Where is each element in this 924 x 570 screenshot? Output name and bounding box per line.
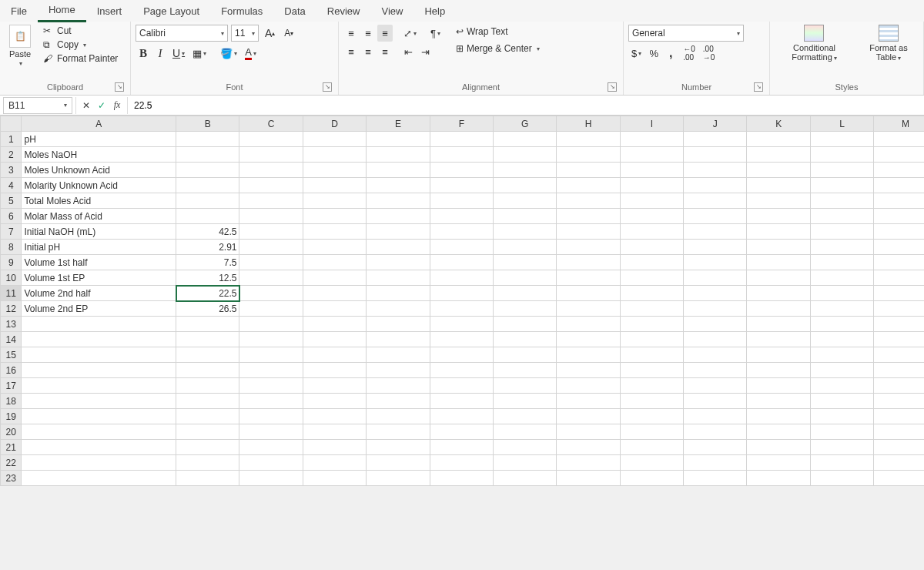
cell-J1[interactable] xyxy=(684,132,747,147)
cell-L19[interactable] xyxy=(810,409,873,424)
cell-D21[interactable] xyxy=(303,440,366,455)
cell-E9[interactable] xyxy=(367,255,430,270)
cell-J9[interactable] xyxy=(684,255,747,270)
cell-C14[interactable] xyxy=(239,332,303,347)
cell-G19[interactable] xyxy=(493,409,556,424)
cell-H12[interactable] xyxy=(557,301,620,317)
row-header-2[interactable]: 2 xyxy=(1,147,22,163)
cell-D10[interactable] xyxy=(303,270,366,286)
row-header-17[interactable]: 17 xyxy=(1,378,22,394)
cell-H11[interactable] xyxy=(557,286,620,301)
cell-C11[interactable] xyxy=(239,286,303,301)
row-header-20[interactable]: 20 xyxy=(1,424,22,440)
cell-I10[interactable] xyxy=(620,270,683,286)
cell-M11[interactable] xyxy=(874,286,924,301)
borders-button[interactable]: ▦▾ xyxy=(189,45,209,62)
cell-A19[interactable] xyxy=(22,409,176,424)
cell-F9[interactable] xyxy=(430,255,493,270)
cell-G16[interactable] xyxy=(493,363,556,378)
cell-A22[interactable] xyxy=(22,455,176,471)
cell-C4[interactable] xyxy=(239,178,303,193)
row-header-1[interactable]: 1 xyxy=(1,132,22,147)
cell-L21[interactable] xyxy=(810,440,873,455)
decrease-font-button[interactable]: A▾ xyxy=(281,25,296,42)
cell-M17[interactable] xyxy=(874,378,924,394)
cell-J23[interactable] xyxy=(684,471,747,486)
cell-D3[interactable] xyxy=(303,163,366,178)
cell-G13[interactable] xyxy=(493,317,556,332)
cell-B22[interactable] xyxy=(176,455,239,471)
cell-E4[interactable] xyxy=(367,178,430,193)
cell-F5[interactable] xyxy=(430,193,493,209)
cell-L13[interactable] xyxy=(810,317,873,332)
cell-C9[interactable] xyxy=(239,255,303,270)
cell-L23[interactable] xyxy=(810,471,873,486)
column-header-D[interactable]: D xyxy=(303,116,366,132)
cell-I16[interactable] xyxy=(620,363,683,378)
cell-D6[interactable] xyxy=(303,209,366,224)
cell-H16[interactable] xyxy=(557,363,620,378)
cell-M23[interactable] xyxy=(874,471,924,486)
font-name-select[interactable]: Calibri▾ xyxy=(136,25,228,42)
font-size-select[interactable]: 11▾ xyxy=(231,25,259,42)
cell-A8[interactable]: Initial pH xyxy=(22,240,176,255)
column-header-J[interactable]: J xyxy=(684,116,747,132)
bold-button[interactable]: B xyxy=(136,45,151,62)
cell-G9[interactable] xyxy=(493,255,556,270)
cell-E11[interactable] xyxy=(367,286,430,301)
row-header-23[interactable]: 23 xyxy=(1,471,22,486)
cell-F6[interactable] xyxy=(430,209,493,224)
cell-E19[interactable] xyxy=(367,409,430,424)
column-header-I[interactable]: I xyxy=(620,116,683,132)
cell-H18[interactable] xyxy=(557,394,620,409)
row-header-10[interactable]: 10 xyxy=(1,270,22,286)
align-left-button[interactable]: ≡ xyxy=(343,43,359,60)
cell-M14[interactable] xyxy=(874,332,924,347)
row-header-13[interactable]: 13 xyxy=(1,317,22,332)
cell-E16[interactable] xyxy=(367,363,430,378)
cell-G4[interactable] xyxy=(493,178,556,193)
cell-J17[interactable] xyxy=(684,378,747,394)
cell-B5[interactable] xyxy=(176,193,239,209)
cell-H13[interactable] xyxy=(557,317,620,332)
cell-A2[interactable]: Moles NaOH xyxy=(22,147,176,163)
format-as-table-button[interactable]: Format as Table▾ xyxy=(859,25,919,62)
cell-A7[interactable]: Initial NaOH (mL) xyxy=(22,224,176,240)
cell-G3[interactable] xyxy=(493,163,556,178)
cell-D23[interactable] xyxy=(303,471,366,486)
cell-K6[interactable] xyxy=(747,209,810,224)
cell-I18[interactable] xyxy=(620,394,683,409)
number-dialog-launcher[interactable]: ↘ xyxy=(754,82,763,92)
cell-G21[interactable] xyxy=(493,440,556,455)
cell-L17[interactable] xyxy=(810,378,873,394)
cell-A5[interactable]: Total Moles Acid xyxy=(22,193,176,209)
cell-K8[interactable] xyxy=(747,240,810,255)
cell-H1[interactable] xyxy=(557,132,620,147)
format-painter-button[interactable]: 🖌Format Painter xyxy=(40,52,121,65)
cell-A20[interactable] xyxy=(22,424,176,440)
copy-button[interactable]: ⧉Copy▾ xyxy=(40,39,121,51)
cell-H20[interactable] xyxy=(557,424,620,440)
decrease-indent-button[interactable]: ⇤ xyxy=(400,43,416,60)
cell-D2[interactable] xyxy=(303,147,366,163)
cell-M3[interactable] xyxy=(874,163,924,178)
cell-I8[interactable] xyxy=(620,240,683,255)
cell-E13[interactable] xyxy=(367,317,430,332)
cell-A16[interactable] xyxy=(22,363,176,378)
cell-E6[interactable] xyxy=(367,209,430,224)
cell-G5[interactable] xyxy=(493,193,556,209)
cell-D7[interactable] xyxy=(303,224,366,240)
cell-L18[interactable] xyxy=(810,394,873,409)
cell-I12[interactable] xyxy=(620,301,683,317)
cell-G7[interactable] xyxy=(493,224,556,240)
cell-F10[interactable] xyxy=(430,270,493,286)
cell-H10[interactable] xyxy=(557,270,620,286)
cell-D13[interactable] xyxy=(303,317,366,332)
tab-data[interactable]: Data xyxy=(273,1,316,22)
tab-view[interactable]: View xyxy=(370,1,413,22)
cell-G14[interactable] xyxy=(493,332,556,347)
cancel-formula-button[interactable]: ✕ xyxy=(79,100,93,111)
cell-F7[interactable] xyxy=(430,224,493,240)
tab-home[interactable]: Home xyxy=(38,0,86,22)
cell-E12[interactable] xyxy=(367,301,430,317)
